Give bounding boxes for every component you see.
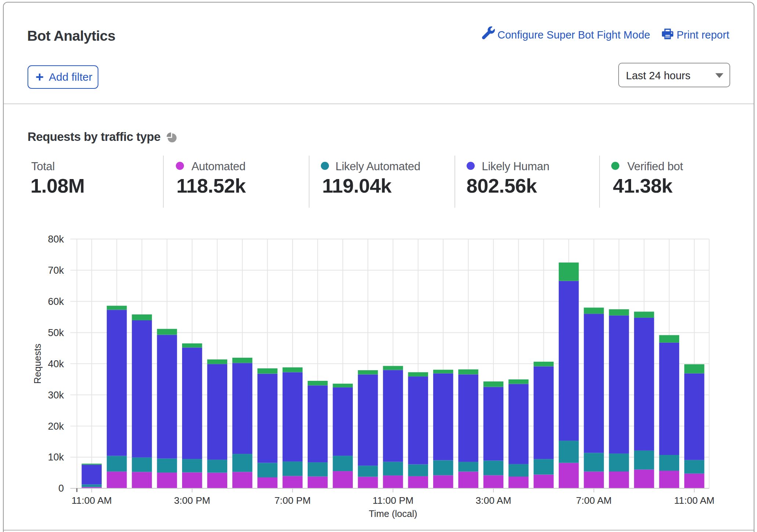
svg-text:70k: 70k (48, 265, 64, 276)
svg-text:60k: 60k (48, 296, 64, 307)
svg-text:80k: 80k (48, 234, 64, 245)
svg-text:3:00 PM: 3:00 PM (174, 495, 210, 506)
svg-text:30k: 30k (48, 390, 64, 401)
svg-text:11:00 AM: 11:00 AM (72, 495, 112, 506)
svg-text:10k: 10k (48, 452, 64, 463)
svg-text:Requests: Requests (32, 343, 43, 384)
svg-text:Time (local): Time (local) (369, 509, 417, 519)
svg-text:40k: 40k (48, 358, 64, 369)
svg-text:20k: 20k (48, 421, 64, 432)
svg-text:0: 0 (58, 483, 64, 494)
svg-text:7:00 PM: 7:00 PM (275, 495, 311, 506)
svg-text:11:00 AM: 11:00 AM (674, 495, 714, 506)
svg-text:7:00 AM: 7:00 AM (576, 495, 612, 506)
svg-text:3:00 AM: 3:00 AM (475, 495, 511, 506)
svg-text:11:00 PM: 11:00 PM (373, 495, 413, 506)
svg-text:50k: 50k (48, 327, 64, 338)
